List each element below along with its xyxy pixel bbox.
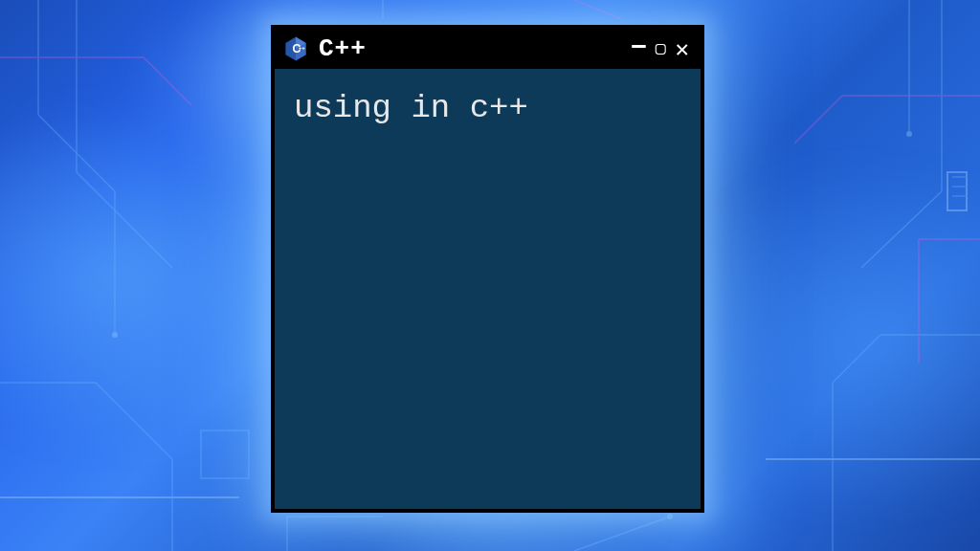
- window-content: using in c++: [275, 69, 701, 509]
- svg-text:++: ++: [299, 44, 306, 51]
- svg-line-14: [861, 191, 942, 268]
- content-text: using in c++: [294, 90, 681, 126]
- close-button[interactable]: ✕: [674, 37, 691, 60]
- app-window: C ++ C++ — ▢ ✕ using in c++: [271, 25, 704, 513]
- svg-rect-12: [201, 430, 249, 478]
- window-title: C++: [319, 34, 620, 63]
- svg-rect-25: [947, 172, 967, 210]
- svg-line-5: [77, 172, 172, 268]
- titlebar[interactable]: C ++ C++ — ▢ ✕: [275, 29, 701, 69]
- svg-point-32: [667, 514, 673, 519]
- svg-point-3: [112, 332, 118, 338]
- maximize-button[interactable]: ▢: [654, 39, 668, 56]
- svg-line-7: [144, 57, 191, 105]
- svg-point-18: [906, 131, 912, 137]
- svg-line-31: [574, 517, 670, 551]
- minimize-button[interactable]: —: [630, 33, 647, 56]
- window-controls: — ▢ ✕: [630, 37, 691, 60]
- svg-line-9: [96, 383, 172, 459]
- svg-line-16: [794, 96, 842, 143]
- svg-line-20: [833, 335, 880, 383]
- cpp-icon: C ++: [282, 35, 309, 62]
- svg-line-34: [574, 0, 622, 19]
